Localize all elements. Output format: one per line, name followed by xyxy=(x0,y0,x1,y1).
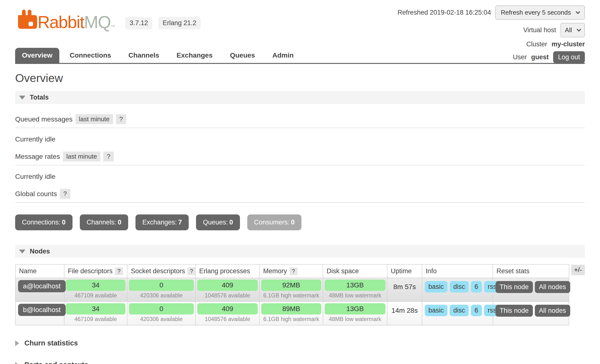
global-counts-label: Global counts xyxy=(15,190,57,198)
exchanges-count-label: Exchanges: xyxy=(142,219,177,226)
column-toggle-button[interactable]: +/- xyxy=(571,265,585,275)
totals-section-header[interactable]: Totals xyxy=(15,91,585,104)
wordmark: RabbitMQ™ xyxy=(38,14,114,30)
consumers-count-value: 0 xyxy=(291,219,295,226)
queued-range-badge[interactable]: last minute xyxy=(75,114,113,124)
collapse-triangle-icon xyxy=(19,250,25,253)
proc-available-text: 1048576 available xyxy=(197,314,258,324)
node-name-badge[interactable]: a@localhost xyxy=(18,280,66,292)
info-badge-basic: basic xyxy=(425,281,447,293)
queues-count-button[interactable]: Queues:0 xyxy=(196,214,240,230)
disk-free-value: 13GB xyxy=(325,280,385,291)
message-rates-heading: Message rates last minute ? xyxy=(15,152,585,165)
memory-watermark-text: 6.1GB high watermark xyxy=(261,291,321,300)
rates-range-badge[interactable]: last minute xyxy=(63,152,101,162)
section-label: Churn statistics xyxy=(24,339,78,347)
header: RabbitMQ™ 3.7.12 Erlang 21.2 Refreshed 2… xyxy=(15,0,585,64)
exchanges-count-button[interactable]: Exchanges:7 xyxy=(135,214,189,230)
nav-tabs: Overview Connections Channels Exchanges … xyxy=(15,48,304,63)
vhost-select[interactable]: All xyxy=(560,23,585,37)
refresh-interval-value: Refresh every 5 seconds xyxy=(501,9,571,16)
section-ports-and-contexts[interactable]: Ports and contexts xyxy=(15,361,585,364)
tab-overview[interactable]: Overview xyxy=(15,48,59,63)
rabbitmq-overview-page: RabbitMQ™ 3.7.12 Erlang 21.2 Refreshed 2… xyxy=(0,0,600,364)
connections-count-button[interactable]: Connections:0 xyxy=(15,214,72,230)
consumers-count-button[interactable]: Consumers:0 xyxy=(247,214,302,230)
global-counts-buttons: Connections:0 Channels:0 Exchanges:7 Que… xyxy=(15,214,585,230)
cluster-label: Cluster xyxy=(526,40,547,48)
consumers-count-label: Consumers: xyxy=(254,219,290,226)
nodes-section-header[interactable]: Nodes xyxy=(15,245,585,258)
vhost-row: Virtual host All xyxy=(523,23,585,37)
memory-used-value: 89MB xyxy=(261,303,321,314)
reset-this-node-button[interactable]: This node xyxy=(496,305,533,317)
page-title: Overview xyxy=(15,71,585,85)
channels-count-label: Channels: xyxy=(87,219,116,226)
tab-exchanges[interactable]: Exchanges xyxy=(170,48,219,63)
refresh-interval-select[interactable]: Refresh every 5 seconds xyxy=(495,5,585,20)
expand-triangle-icon xyxy=(15,340,19,346)
col-memory: Memory? xyxy=(259,264,323,278)
col-file-descriptors: File descriptors? xyxy=(64,264,127,278)
nodes-table: Name File descriptors? Socket descriptor… xyxy=(15,264,569,325)
cluster-name: my-cluster xyxy=(551,40,585,48)
queued-messages-label: Queued messages xyxy=(15,115,72,123)
tab-queues[interactable]: Queues xyxy=(223,48,262,63)
section-label: Ports and contexts xyxy=(24,361,88,364)
wordmark-mq: MQ xyxy=(84,13,111,32)
tab-channels[interactable]: Channels xyxy=(122,48,166,63)
node-row-b: b@localhost 34467109 available 0420306 a… xyxy=(15,302,569,325)
rates-idle-text: Currently idle xyxy=(15,173,585,181)
fd-used-value: 34 xyxy=(66,303,125,314)
col-info: Info xyxy=(422,264,493,278)
help-badge[interactable]: ? xyxy=(116,114,126,124)
help-badge[interactable]: ? xyxy=(290,267,298,275)
reset-stats-cell: This nodeAll nodes xyxy=(493,302,569,325)
connections-count-label: Connections: xyxy=(22,219,61,226)
info-badge-plugin-count: 6 xyxy=(471,305,482,316)
nodes-table-wrap: +/- Name File descriptors? Socket descri… xyxy=(15,264,585,325)
rabbitmq-logo[interactable]: RabbitMQ™ xyxy=(15,9,114,30)
rabbit-icon xyxy=(15,9,38,30)
node-name-badge[interactable]: b@localhost xyxy=(18,304,66,316)
chevron-down-icon xyxy=(577,27,581,31)
col-erlang-processes: Erlang processes xyxy=(196,264,259,278)
reset-stats-cell: This nodeAll nodes xyxy=(493,278,569,302)
nodes-table-header-row: Name File descriptors? Socket descriptor… xyxy=(15,264,569,278)
rabbitmq-version-badge: 3.7.12 xyxy=(125,17,152,29)
reset-all-nodes-button[interactable]: All nodes xyxy=(535,281,570,293)
channels-count-button[interactable]: Channels:0 xyxy=(80,214,128,230)
info-badge-basic: basic xyxy=(425,305,447,316)
memory-used-value: 92MB xyxy=(261,280,321,291)
help-badge[interactable]: ? xyxy=(115,267,123,275)
logout-button[interactable]: Log out xyxy=(553,51,585,63)
collapse-triangle-icon xyxy=(19,96,25,100)
node-info-badges: basicdisc6rss xyxy=(422,302,493,325)
reset-this-node-button[interactable]: This node xyxy=(496,281,533,293)
uptime-value: 8m 57s xyxy=(387,278,422,302)
user-name: guest xyxy=(531,53,549,61)
col-socket-descriptors: Socket descriptors? xyxy=(127,264,196,278)
section-churn-statistics[interactable]: Churn statistics xyxy=(15,339,585,347)
node-info-badges: basicdisc6rss xyxy=(422,278,493,302)
global-counts-heading: Global counts ? xyxy=(15,189,585,203)
trademark-symbol: ™ xyxy=(111,24,114,29)
vhost-label: Virtual host xyxy=(523,26,556,34)
help-badge[interactable]: ? xyxy=(103,152,114,162)
fd-available-text: 467109 available xyxy=(66,291,125,300)
sd-available-text: 420306 available xyxy=(129,291,194,300)
help-badge[interactable]: ? xyxy=(60,189,70,199)
tab-connections[interactable]: Connections xyxy=(63,48,118,63)
channels-count-value: 0 xyxy=(118,219,121,226)
reset-all-nodes-button[interactable]: All nodes xyxy=(535,305,570,317)
help-badge[interactable]: ? xyxy=(187,267,196,275)
fd-available-text: 467109 available xyxy=(66,314,125,324)
tab-admin[interactable]: Admin xyxy=(266,48,300,63)
info-badge-plugin-count: 6 xyxy=(471,281,482,293)
message-rates-label: Message rates xyxy=(15,153,60,161)
node-row-a: a@localhost 34467109 available 0420306 a… xyxy=(15,278,569,302)
memory-watermark-text: 6.1GB high watermark xyxy=(261,314,321,324)
proc-used-value: 409 xyxy=(197,280,258,291)
nodes-section-title: Nodes xyxy=(30,248,50,255)
disk-watermark-text: 48MB low watermark xyxy=(325,314,385,324)
